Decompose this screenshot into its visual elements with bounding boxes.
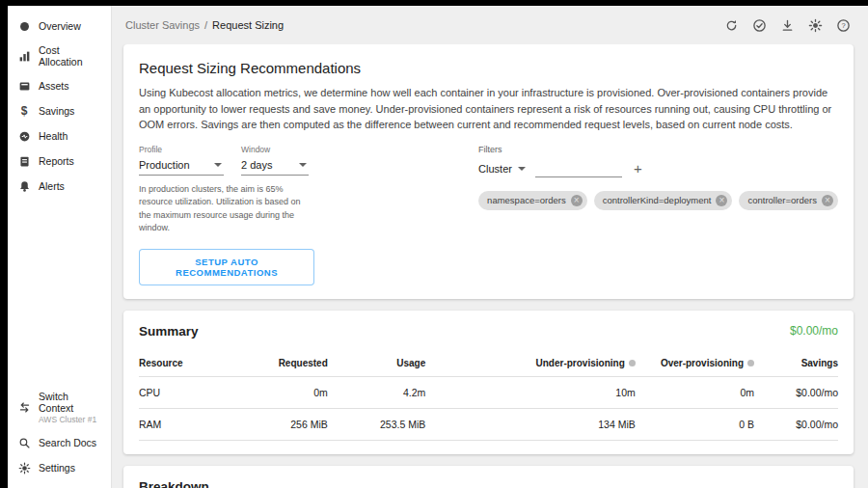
window-label: Window <box>241 145 309 154</box>
close-icon[interactable]: × <box>716 195 727 206</box>
assets-icon <box>17 79 31 93</box>
cell-over-provisioning: 0m <box>636 376 754 408</box>
sidebar-item-switch-context[interactable]: Switch Context AWS Cluster #1 <box>8 385 111 430</box>
sidebar-item-assets[interactable]: Assets <box>8 73 111 98</box>
cell-requested: 0m <box>230 376 328 408</box>
sidebar-item-label: Alerts <box>39 180 65 192</box>
cell-resource: RAM <box>139 408 230 440</box>
sidebar-item-cost-allocation[interactable]: Cost Allocation <box>8 39 111 73</box>
chevron-down-icon <box>299 163 307 167</box>
window-select[interactable]: 2 days <box>241 157 309 176</box>
window-field: Window 2 days <box>241 145 309 176</box>
summary-header-row: Resource Requested Usage Under-provision… <box>139 350 838 377</box>
cell-over-provisioning: 0 B <box>636 408 754 440</box>
chevron-down-icon <box>518 167 526 171</box>
filter-chip-label: controller=orders <box>747 195 817 205</box>
filter-chip-label: namespace=orders <box>487 195 566 205</box>
health-icon <box>17 129 31 143</box>
topbar: Cluster Savings / Request Sizing ? <box>112 6 868 44</box>
chevron-down-icon <box>214 163 222 167</box>
sidebar-item-label: Health <box>39 130 68 142</box>
sidebar-item-label: Cost Allocation <box>39 44 101 68</box>
breakdown-card: Breakdown Container Cluster CPU usage <box>123 466 854 488</box>
bell-icon <box>17 179 31 193</box>
add-filter-button[interactable]: + <box>632 161 644 177</box>
summary-title: Summary <box>139 324 199 339</box>
profile-value: Production <box>139 159 190 171</box>
breakdown-title: Breakdown <box>139 479 838 488</box>
cell-savings: $0.00/mo <box>754 376 838 408</box>
help-icon[interactable]: ? <box>835 17 851 33</box>
info-icon[interactable] <box>747 360 754 366</box>
filter-chip[interactable]: namespace=orders × <box>478 191 587 210</box>
overview-icon <box>17 19 31 33</box>
sidebar-item-label: Savings <box>39 105 74 117</box>
filter-chip[interactable]: controller=orders × <box>739 191 838 210</box>
sidebar-item-settings[interactable]: Settings <box>8 455 111 480</box>
bar-chart-icon <box>17 49 31 63</box>
cell-usage: 4.2m <box>328 376 426 408</box>
filter-type-value: Cluster <box>478 163 512 175</box>
close-icon[interactable]: × <box>822 195 833 206</box>
search-icon <box>17 436 31 449</box>
breadcrumb-parent[interactable]: Cluster Savings <box>125 19 200 31</box>
info-icon[interactable] <box>629 360 636 366</box>
breadcrumb: Cluster Savings / Request Sizing <box>125 19 284 31</box>
sidebar-item-label: Reports <box>39 155 74 167</box>
dollar-icon: $ <box>17 104 31 118</box>
summary-col-under-provisioning: Under-provisioning <box>425 350 636 377</box>
cell-under-provisioning: 10m <box>425 376 636 408</box>
table-row: CPU 0m 4.2m 10m 0m $0.00/mo <box>139 376 838 408</box>
summary-total-savings: $0.00/mo <box>790 324 838 338</box>
cell-requested: 256 MiB <box>230 408 328 440</box>
sidebar-item-reports[interactable]: Reports <box>8 149 111 174</box>
page-description: Using Kubecost allocation metrics, we de… <box>139 85 838 133</box>
page-content: Request Sizing Recommendations Using Kub… <box>112 44 868 488</box>
svg-text:?: ? <box>841 21 845 30</box>
cell-under-provisioning: 134 MiB <box>425 408 636 440</box>
summary-table: Resource Requested Usage Under-provision… <box>139 350 838 441</box>
sidebar-item-overview[interactable]: Overview <box>8 14 111 39</box>
filter-chips: namespace=orders × controllerKind=deploy… <box>478 191 838 210</box>
page-title: Request Sizing Recommendations <box>139 60 838 76</box>
breadcrumb-current: Request Sizing <box>212 19 284 31</box>
sidebar: Overview Cost Allocation Assets $ Saving… <box>8 6 112 488</box>
breadcrumb-separator: / <box>204 19 207 31</box>
sidebar-item-savings[interactable]: $ Savings <box>8 98 111 123</box>
setup-auto-recommendations-button[interactable]: SETUP AUTO RECOMMENDATIONS <box>139 249 314 285</box>
close-icon[interactable]: × <box>571 195 583 206</box>
cell-usage: 253.5 MiB <box>328 408 426 440</box>
profile-helper-text: In production clusters, the aim is 65% r… <box>139 183 314 235</box>
sidebar-item-search-docs[interactable]: Search Docs <box>8 430 111 455</box>
settings-label: Settings <box>39 462 75 474</box>
summary-col-usage: Usage <box>328 350 426 377</box>
profile-window-controls: Profile Production Window 2 days <box>139 145 314 285</box>
download-icon[interactable] <box>779 17 795 33</box>
profile-field: Profile Production <box>139 145 224 176</box>
sidebar-item-health[interactable]: Health <box>8 123 111 149</box>
sidebar-item-alerts[interactable]: Alerts <box>8 174 111 199</box>
cell-resource: CPU <box>139 376 230 408</box>
summary-col-savings: Savings <box>754 350 838 377</box>
gear-icon <box>17 461 31 474</box>
profile-label: Profile <box>139 145 224 154</box>
sidebar-item-label: Overview <box>39 20 81 32</box>
filter-value-input[interactable] <box>535 160 622 177</box>
filter-chip[interactable]: controllerKind=deployment × <box>594 191 733 210</box>
sidebar-item-label: Assets <box>39 80 69 92</box>
main-area: Cluster Savings / Request Sizing ? <box>112 6 868 488</box>
refresh-icon[interactable] <box>723 17 739 33</box>
filter-chip-label: controllerKind=deployment <box>603 195 712 205</box>
sidebar-bottom: Switch Context AWS Cluster #1 Search Doc… <box>8 385 111 488</box>
summary-col-over-provisioning: Over-provisioning <box>636 350 754 377</box>
check-circle-icon[interactable] <box>751 17 767 33</box>
cell-savings: $0.00/mo <box>754 408 838 440</box>
filter-type-select[interactable]: Cluster <box>478 163 526 177</box>
filters-label: Filters <box>478 145 838 154</box>
summary-col-requested: Requested <box>230 350 328 377</box>
summary-card: Summary $0.00/mo Resource Requested Usag… <box>123 311 854 454</box>
gear-icon[interactable] <box>807 17 823 33</box>
table-row: RAM 256 MiB 253.5 MiB 134 MiB 0 B $0.00/… <box>139 408 838 440</box>
topbar-icons: ? <box>723 17 851 33</box>
profile-select[interactable]: Production <box>139 157 224 176</box>
